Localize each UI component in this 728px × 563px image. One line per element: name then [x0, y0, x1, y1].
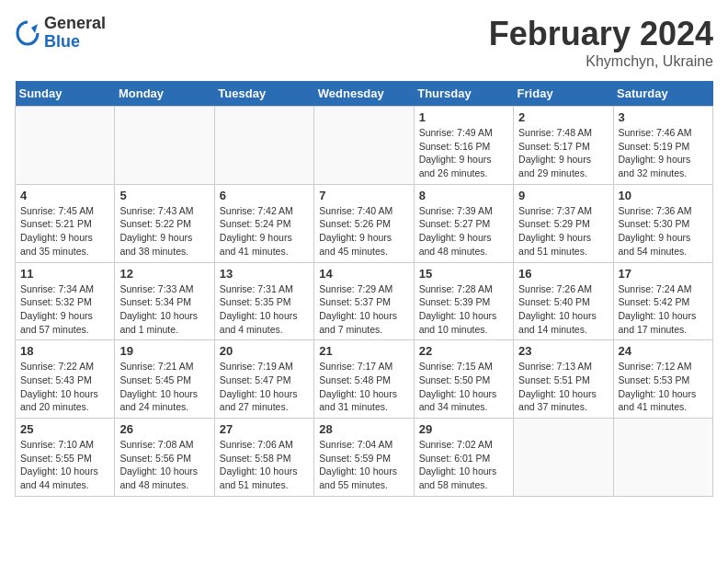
- day-info: Sunrise: 7:36 AM Sunset: 5:30 PM Dayligh…: [619, 204, 708, 259]
- day-number: 9: [518, 189, 608, 202]
- day-info: Sunrise: 7:26 AM Sunset: 5:40 PM Dayligh…: [518, 282, 608, 337]
- day-info: Sunrise: 7:28 AM Sunset: 5:39 PM Dayligh…: [419, 282, 508, 337]
- day-info: Sunrise: 7:02 AM Sunset: 6:01 PM Dayligh…: [419, 438, 508, 492]
- calendar-cell: 24Sunrise: 7:12 AM Sunset: 5:53 PM Dayli…: [613, 340, 712, 419]
- calendar-table: SundayMondayTuesdayWednesdayThursdayFrid…: [15, 81, 713, 497]
- day-number: 4: [20, 189, 109, 202]
- calendar-cell: 9Sunrise: 7:37 AM Sunset: 5:29 PM Daylig…: [514, 184, 613, 262]
- calendar-cell: 14Sunrise: 7:29 AM Sunset: 5:37 PM Dayli…: [314, 262, 414, 340]
- day-info: Sunrise: 7:49 AM Sunset: 5:16 PM Dayligh…: [419, 126, 508, 180]
- day-number: 17: [619, 267, 708, 281]
- weekday-header-thursday: Thursday: [414, 81, 513, 107]
- calendar-cell: 22Sunrise: 7:15 AM Sunset: 5:50 PM Dayli…: [414, 340, 513, 419]
- calendar-cell: 27Sunrise: 7:06 AM Sunset: 5:58 PM Dayli…: [214, 419, 313, 497]
- day-number: 12: [119, 267, 209, 281]
- day-info: Sunrise: 7:34 AM Sunset: 5:32 PM Dayligh…: [20, 282, 109, 337]
- day-number: 24: [619, 344, 708, 358]
- day-info: Sunrise: 7:22 AM Sunset: 5:43 PM Dayligh…: [20, 360, 109, 414]
- calendar-cell: 19Sunrise: 7:21 AM Sunset: 5:45 PM Dayli…: [115, 340, 214, 419]
- day-number: 3: [619, 110, 708, 124]
- calendar-cell: [16, 107, 115, 185]
- page-header: General Blue February 2024 Khymchyn, Ukr…: [15, 15, 713, 70]
- day-info: Sunrise: 7:21 AM Sunset: 5:45 PM Dayligh…: [119, 360, 209, 414]
- calendar-cell: 1Sunrise: 7:49 AM Sunset: 5:16 PM Daylig…: [414, 107, 513, 185]
- calendar-cell: 12Sunrise: 7:33 AM Sunset: 5:34 PM Dayli…: [115, 262, 214, 340]
- day-number: 14: [319, 267, 408, 281]
- day-info: Sunrise: 7:45 AM Sunset: 5:21 PM Dayligh…: [20, 204, 109, 259]
- logo-text: General Blue: [44, 15, 106, 52]
- calendar-cell: 3Sunrise: 7:46 AM Sunset: 5:19 PM Daylig…: [613, 107, 712, 185]
- day-info: Sunrise: 7:46 AM Sunset: 5:19 PM Dayligh…: [619, 126, 708, 180]
- calendar-week-3: 18Sunrise: 7:22 AM Sunset: 5:43 PM Dayli…: [16, 340, 713, 419]
- day-info: Sunrise: 7:04 AM Sunset: 5:59 PM Dayligh…: [319, 438, 408, 492]
- weekday-header-friday: Friday: [514, 81, 613, 107]
- day-info: Sunrise: 7:17 AM Sunset: 5:48 PM Dayligh…: [319, 360, 408, 414]
- weekday-header-sunday: Sunday: [16, 81, 115, 107]
- day-info: Sunrise: 7:33 AM Sunset: 5:34 PM Dayligh…: [119, 282, 209, 337]
- day-number: 22: [419, 344, 508, 358]
- calendar-cell: 4Sunrise: 7:45 AM Sunset: 5:21 PM Daylig…: [16, 184, 115, 262]
- day-info: Sunrise: 7:24 AM Sunset: 5:42 PM Dayligh…: [619, 282, 708, 337]
- day-info: Sunrise: 7:37 AM Sunset: 5:29 PM Dayligh…: [518, 204, 608, 259]
- day-info: Sunrise: 7:10 AM Sunset: 5:55 PM Dayligh…: [20, 438, 109, 492]
- day-number: 28: [319, 422, 408, 436]
- calendar-cell: [115, 107, 214, 185]
- calendar-cell: 8Sunrise: 7:39 AM Sunset: 5:27 PM Daylig…: [414, 184, 513, 262]
- day-number: 18: [20, 344, 109, 358]
- day-info: Sunrise: 7:19 AM Sunset: 5:47 PM Dayligh…: [220, 360, 309, 414]
- day-number: 6: [220, 189, 309, 202]
- calendar-cell: 11Sunrise: 7:34 AM Sunset: 5:32 PM Dayli…: [16, 262, 115, 340]
- day-info: Sunrise: 7:13 AM Sunset: 5:51 PM Dayligh…: [518, 360, 608, 414]
- day-info: Sunrise: 7:15 AM Sunset: 5:50 PM Dayligh…: [419, 360, 508, 414]
- day-number: 19: [119, 344, 209, 358]
- calendar-cell: 25Sunrise: 7:10 AM Sunset: 5:55 PM Dayli…: [16, 419, 115, 497]
- weekday-header-monday: Monday: [115, 81, 214, 107]
- calendar-cell: [214, 107, 313, 185]
- calendar-cell: 17Sunrise: 7:24 AM Sunset: 5:42 PM Dayli…: [613, 262, 712, 340]
- calendar-cell: 15Sunrise: 7:28 AM Sunset: 5:39 PM Dayli…: [414, 262, 513, 340]
- logo: General Blue: [15, 15, 106, 52]
- calendar-cell: 13Sunrise: 7:31 AM Sunset: 5:35 PM Dayli…: [214, 262, 313, 340]
- calendar-week-0: 1Sunrise: 7:49 AM Sunset: 5:16 PM Daylig…: [16, 107, 713, 185]
- day-info: Sunrise: 7:06 AM Sunset: 5:58 PM Dayligh…: [220, 438, 309, 492]
- day-number: 10: [619, 189, 708, 202]
- day-number: 21: [319, 344, 408, 358]
- calendar-cell: 16Sunrise: 7:26 AM Sunset: 5:40 PM Dayli…: [514, 262, 613, 340]
- calendar-cell: 21Sunrise: 7:17 AM Sunset: 5:48 PM Dayli…: [314, 340, 414, 419]
- day-number: 16: [518, 267, 608, 281]
- day-number: 25: [20, 422, 109, 436]
- location-title: Khymchyn, Ukraine: [489, 53, 713, 70]
- logo-icon: [15, 20, 40, 46]
- calendar-cell: 29Sunrise: 7:02 AM Sunset: 6:01 PM Dayli…: [414, 419, 513, 497]
- calendar-cell: 20Sunrise: 7:19 AM Sunset: 5:47 PM Dayli…: [214, 340, 313, 419]
- day-number: 23: [518, 344, 608, 358]
- month-title: February 2024: [489, 15, 713, 53]
- day-info: Sunrise: 7:29 AM Sunset: 5:37 PM Dayligh…: [319, 282, 408, 337]
- weekday-header-row: SundayMondayTuesdayWednesdayThursdayFrid…: [16, 81, 713, 107]
- day-info: Sunrise: 7:40 AM Sunset: 5:26 PM Dayligh…: [319, 204, 408, 259]
- day-number: 5: [119, 189, 209, 202]
- day-number: 27: [220, 422, 309, 436]
- calendar-week-2: 11Sunrise: 7:34 AM Sunset: 5:32 PM Dayli…: [16, 262, 713, 340]
- logo-general-text: General: [44, 15, 106, 33]
- calendar-cell: 18Sunrise: 7:22 AM Sunset: 5:43 PM Dayli…: [16, 340, 115, 419]
- day-number: 11: [20, 267, 109, 281]
- calendar-cell: [314, 107, 414, 185]
- calendar-cell: 23Sunrise: 7:13 AM Sunset: 5:51 PM Dayli…: [514, 340, 613, 419]
- day-info: Sunrise: 7:39 AM Sunset: 5:27 PM Dayligh…: [419, 204, 508, 259]
- day-info: Sunrise: 7:31 AM Sunset: 5:35 PM Dayligh…: [220, 282, 309, 337]
- calendar-cell: [613, 419, 712, 497]
- calendar-cell: 26Sunrise: 7:08 AM Sunset: 5:56 PM Dayli…: [115, 419, 214, 497]
- weekday-header-saturday: Saturday: [613, 81, 712, 107]
- day-number: 13: [220, 267, 309, 281]
- title-block: February 2024 Khymchyn, Ukraine: [489, 15, 713, 70]
- day-info: Sunrise: 7:12 AM Sunset: 5:53 PM Dayligh…: [619, 360, 708, 414]
- calendar-week-1: 4Sunrise: 7:45 AM Sunset: 5:21 PM Daylig…: [16, 184, 713, 262]
- day-number: 29: [419, 422, 508, 436]
- calendar-cell: 28Sunrise: 7:04 AM Sunset: 5:59 PM Dayli…: [314, 419, 414, 497]
- calendar-week-4: 25Sunrise: 7:10 AM Sunset: 5:55 PM Dayli…: [16, 419, 713, 497]
- day-info: Sunrise: 7:48 AM Sunset: 5:17 PM Dayligh…: [518, 126, 608, 180]
- day-number: 7: [319, 189, 408, 202]
- day-number: 15: [419, 267, 508, 281]
- calendar-cell: [514, 419, 613, 497]
